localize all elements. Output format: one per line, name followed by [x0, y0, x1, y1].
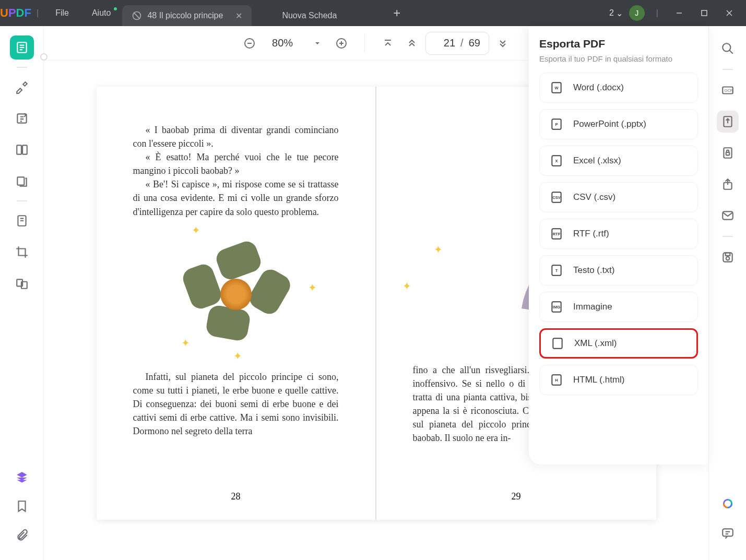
tab-active[interactable]: 48 Il piccolo principe ✕: [122, 5, 252, 26]
divider: |: [37, 8, 39, 18]
export-item-csv[interactable]: CSVCSV (.csv): [539, 182, 698, 212]
page-input-box[interactable]: 21 / 69: [425, 32, 489, 55]
compare-tool-button[interactable]: [10, 271, 34, 295]
file-format-icon: [550, 336, 565, 351]
svg-text:CSV: CSV: [552, 195, 561, 200]
file-format-icon: H: [549, 373, 564, 387]
maximize-button[interactable]: [695, 4, 714, 22]
export-item-rtf[interactable]: RTFRTF (.rtf): [539, 219, 698, 249]
svg-rect-36: [553, 338, 562, 349]
export-item-label: CSV (.csv): [573, 192, 615, 202]
export-item-immagine[interactable]: IMGImmagine: [539, 292, 698, 322]
svg-point-49: [726, 257, 729, 260]
avatar[interactable]: J: [629, 5, 645, 21]
organize-pages-button[interactable]: [10, 169, 34, 193]
close-window-button[interactable]: [720, 4, 739, 22]
page-paragraph: « I baobab prima di diventar grandi comi…: [133, 123, 339, 150]
svg-text:RTF: RTF: [553, 232, 561, 236]
page-separator: /: [460, 37, 464, 49]
export-item-label: RTF (.rtf): [573, 229, 609, 239]
export-item-label: Testo (.txt): [573, 265, 614, 276]
search-button[interactable]: [717, 38, 739, 59]
window-count[interactable]: 2⌄: [609, 8, 623, 18]
notification-dot-icon: [114, 7, 117, 10]
menu-help[interactable]: Aiuto: [80, 8, 122, 18]
menu-help-label: Aiuto: [92, 8, 111, 17]
zoom-in-button[interactable]: [331, 33, 352, 54]
svg-text:X: X: [555, 159, 558, 163]
svg-rect-11: [22, 145, 27, 154]
svg-rect-45: [726, 152, 729, 155]
export-item-label: Excel (.xlsx): [573, 156, 621, 166]
export-item-label: Immagine: [573, 302, 612, 312]
file-format-icon: RTF: [549, 227, 564, 241]
file-format-icon: IMG: [549, 300, 564, 314]
menu-file[interactable]: File: [44, 8, 80, 18]
first-page-button[interactable]: [377, 33, 398, 54]
svg-line-40: [729, 50, 733, 54]
file-format-icon: CSV: [549, 190, 564, 205]
current-page: 21: [434, 37, 455, 49]
export-button[interactable]: [717, 111, 739, 133]
protect-button[interactable]: [717, 142, 739, 164]
svg-rect-10: [17, 145, 21, 154]
separator: [723, 69, 733, 70]
comment-button[interactable]: [717, 522, 739, 544]
share-button[interactable]: [717, 173, 739, 195]
save-button[interactable]: [717, 246, 739, 268]
edit-text-button[interactable]: [10, 106, 34, 130]
crop-tool-button[interactable]: [10, 240, 34, 264]
file-format-icon: X: [549, 153, 564, 168]
export-item-word[interactable]: WWord (.docx): [539, 73, 698, 103]
next-page-button[interactable]: [492, 33, 513, 54]
ai-assistant-button[interactable]: [717, 493, 739, 515]
export-item-label: Word (.docx): [573, 82, 624, 93]
prev-page-button[interactable]: [401, 33, 422, 54]
chevron-down-icon: ⌄: [616, 8, 623, 18]
svg-text:W: W: [554, 86, 559, 90]
page-paragraph: « Be'! Si capisce », mi rispose come se …: [133, 177, 339, 218]
layers-button[interactable]: [10, 465, 34, 489]
file-format-icon: P: [549, 117, 564, 132]
export-panel-subtitle: Esporta il tuo PDF in qualsiasi formato: [539, 54, 698, 63]
reader-mode-button[interactable]: [10, 35, 34, 59]
export-panel: Esporta PDF Esporta il tuo PDF in qualsi…: [529, 26, 708, 464]
page-number: 29: [376, 491, 656, 502]
form-tool-button[interactable]: [10, 209, 34, 233]
email-button[interactable]: [717, 205, 739, 227]
page-paragraph: Infatti, sul pianeta del piccolo princip…: [133, 370, 339, 438]
svg-text:H: H: [555, 378, 558, 383]
svg-text:T: T: [555, 268, 558, 273]
export-item-html[interactable]: HHTML (.html): [539, 365, 698, 395]
bookmark-button[interactable]: [10, 494, 34, 518]
titlebar-right: 2⌄ J |: [609, 4, 746, 22]
attachment-button[interactable]: [10, 523, 34, 547]
minimize-button[interactable]: [670, 4, 689, 22]
zoom-out-button[interactable]: [239, 33, 260, 54]
sidebar-right: OCR: [708, 26, 746, 560]
highlight-tool-button[interactable]: [10, 75, 34, 99]
sidebar-left: [0, 26, 44, 560]
export-item-label: XML (.xml): [574, 338, 617, 349]
page-layout-button[interactable]: [10, 138, 34, 162]
file-format-icon: W: [549, 80, 564, 95]
titlebar: UPDF | File Aiuto 48 Il piccolo principe…: [0, 0, 746, 26]
separator: [17, 200, 27, 201]
svg-rect-50: [725, 253, 730, 255]
export-item-label: PowerPoint (.pptx): [573, 119, 646, 129]
export-item-xml[interactable]: XML (.xml): [539, 328, 698, 359]
export-item-powerpoint[interactable]: PPowerPoint (.pptx): [539, 109, 698, 139]
new-tab-button[interactable]: +: [393, 6, 400, 20]
svg-text:IMG: IMG: [553, 305, 560, 309]
tab-inactive[interactable]: Nuova Scheda: [273, 5, 346, 26]
ocr-button[interactable]: OCR: [717, 79, 739, 101]
export-item-testo[interactable]: TTesto (.txt): [539, 255, 698, 285]
tab-inactive-label: Nuova Scheda: [282, 11, 337, 20]
close-icon[interactable]: ✕: [235, 11, 242, 21]
content-area: 80% 21 / 69 « I baobab prima di diventar…: [44, 26, 708, 560]
zoom-dropdown-button[interactable]: [307, 33, 328, 54]
svg-rect-51: [723, 529, 733, 536]
panel-handle[interactable]: [40, 53, 48, 61]
export-item-excel[interactable]: XExcel (.xlsx): [539, 146, 698, 176]
tab-active-label: 48 Il piccolo principe: [147, 11, 223, 20]
